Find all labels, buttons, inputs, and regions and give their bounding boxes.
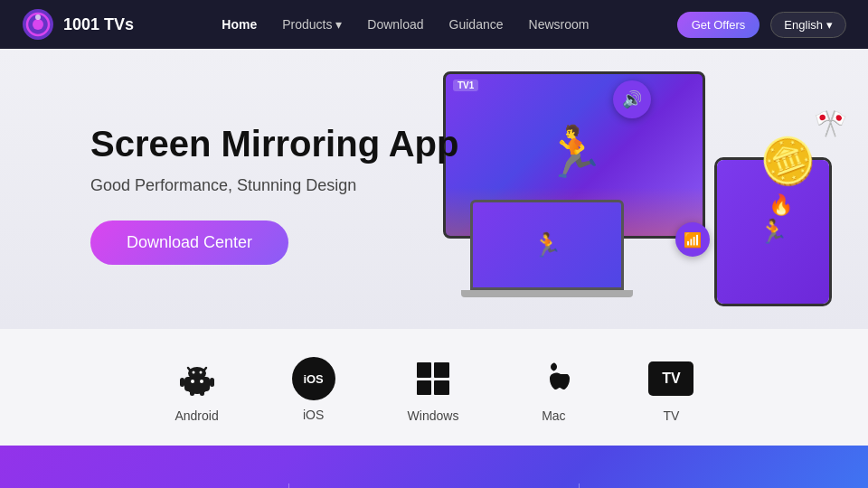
platform-mac: Mac	[531, 356, 576, 423]
svg-point-11	[192, 371, 194, 374]
platform-ios: iOS iOS	[292, 357, 335, 422]
windows-icon	[410, 356, 456, 401]
stat-downloads-number: 3M+	[36, 482, 252, 488]
chevron-down-icon: ▾	[826, 18, 833, 32]
mac-label: Mac	[542, 408, 565, 423]
svg-point-10	[188, 367, 206, 380]
platform-android: Android	[175, 356, 220, 423]
navbar-actions: Get Offers English ▾	[677, 12, 846, 38]
language-selector[interactable]: English ▾	[770, 12, 846, 38]
stat-countries-number: 90+	[616, 482, 832, 488]
stats-section: 3M+ Download 1M+ Global Users 90+ Countr…	[0, 446, 868, 488]
flame-decoration: 🔥	[769, 193, 793, 217]
svg-point-12	[199, 371, 202, 374]
nav-links: Home Products ▾ Download Guidance Newsro…	[222, 16, 589, 33]
language-label: English	[784, 18, 823, 32]
stat-users: 1M+ Global Users	[289, 482, 578, 488]
brand: 1001 TVs	[22, 8, 134, 41]
svg-point-3	[35, 14, 41, 20]
ios-icon: iOS	[292, 357, 335, 400]
brand-name: 1001 TVs	[63, 15, 134, 34]
svg-rect-14	[210, 378, 214, 387]
nav-newsroom[interactable]: Newsroom	[529, 17, 590, 32]
hero-title: Screen Mirroring App	[90, 122, 814, 165]
tv-icon: TV	[648, 356, 693, 401]
ribbon-decoration: 🎌	[814, 108, 847, 139]
laptop-base	[461, 290, 633, 297]
apple-icon	[531, 356, 576, 401]
ios-label: iOS	[303, 408, 324, 422]
nav-download[interactable]: Download	[367, 17, 423, 32]
sound-icon: 🔊	[613, 80, 651, 118]
android-label: Android	[175, 408, 218, 423]
platform-windows: Windows	[408, 356, 459, 423]
windows-label: Windows	[408, 408, 459, 423]
hero-section: Screen Mirroring App Good Performance, S…	[0, 49, 868, 329]
brand-logo-icon	[22, 8, 54, 41]
svg-point-7	[200, 380, 203, 383]
download-center-button[interactable]: Download Center	[90, 221, 288, 265]
platforms-section: Android iOS iOS Windows Mac	[0, 329, 868, 446]
svg-rect-13	[180, 378, 184, 387]
svg-point-2	[33, 19, 43, 30]
svg-rect-15	[190, 389, 194, 396]
platform-tv: TV TV	[648, 356, 693, 423]
tv-brand-badge: TV1	[453, 80, 478, 91]
get-offers-button[interactable]: Get Offers	[677, 12, 760, 38]
stat-downloads: 3M+ Download	[0, 482, 288, 488]
tv-label: TV	[663, 408, 679, 423]
nav-products[interactable]: Products ▾	[282, 17, 342, 32]
hero-subtitle: Good Performance, Stunning Design	[90, 176, 814, 195]
wifi-icon: 📶	[675, 222, 710, 257]
stat-countries: 90+ Countries and regions	[580, 482, 868, 488]
stat-users-number: 1M+	[326, 482, 542, 488]
android-icon	[175, 356, 220, 401]
nav-home[interactable]: Home	[222, 17, 257, 32]
nav-guidance[interactable]: Guidance	[449, 17, 504, 32]
navbar: 1001 TVs Home Products ▾ Download Guidan…	[0, 0, 868, 49]
svg-rect-16	[200, 389, 204, 396]
svg-point-6	[191, 380, 194, 383]
